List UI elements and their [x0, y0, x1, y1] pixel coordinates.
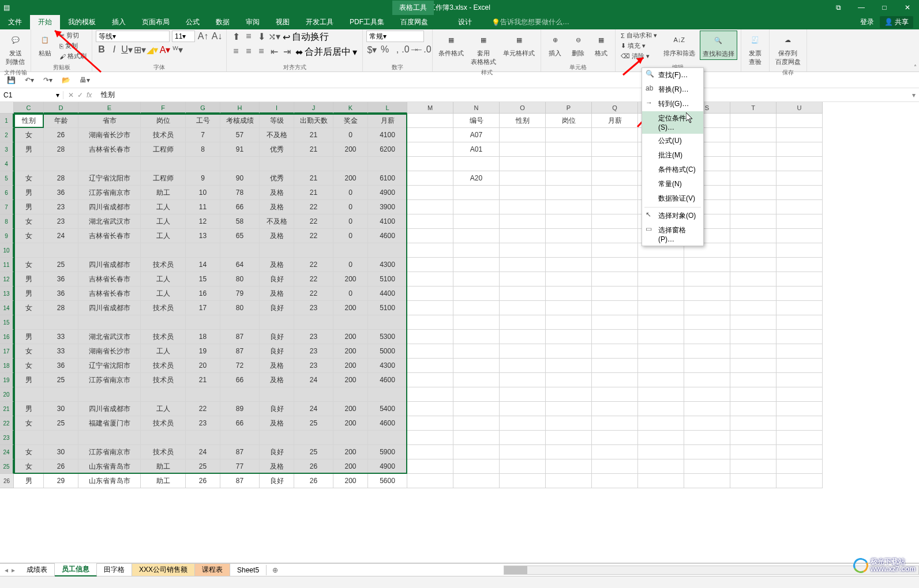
- cell[interactable]: 77: [220, 459, 260, 474]
- cell[interactable]: [777, 200, 823, 214]
- cell[interactable]: [14, 243, 44, 258]
- row-header[interactable]: 20: [0, 387, 14, 402]
- cell[interactable]: 男: [14, 287, 44, 301]
- cell[interactable]: [638, 402, 684, 416]
- cell[interactable]: [407, 200, 453, 214]
- cell[interactable]: [546, 330, 592, 344]
- cell[interactable]: 4600: [368, 373, 407, 387]
- cell[interactable]: 22: [294, 272, 333, 287]
- cell[interactable]: A01: [453, 142, 500, 157]
- fx-icon[interactable]: fx: [87, 91, 92, 99]
- invoice-check-button[interactable]: 🧾发票 查验: [745, 31, 766, 67]
- cell[interactable]: 22: [186, 402, 220, 416]
- cell[interactable]: [500, 287, 546, 301]
- cell[interactable]: 5100: [368, 301, 407, 315]
- cell[interactable]: 吉林省长春市: [78, 287, 141, 301]
- cell[interactable]: 36: [44, 186, 78, 200]
- cell[interactable]: 优秀: [260, 171, 294, 186]
- align-bottom-icon[interactable]: ⬇: [256, 31, 267, 42]
- cell[interactable]: [453, 186, 500, 200]
- cell[interactable]: [220, 431, 260, 445]
- cell[interactable]: 4300: [368, 258, 407, 272]
- cell[interactable]: [684, 330, 730, 344]
- cell[interactable]: 25: [44, 416, 78, 431]
- column-headers[interactable]: CDEFGHIJKLMNOPQRSTU: [14, 102, 919, 114]
- cell[interactable]: 良好: [260, 330, 294, 344]
- cell[interactable]: 0: [333, 287, 368, 301]
- column-header[interactable]: O: [500, 102, 546, 114]
- cell[interactable]: 工人: [141, 287, 186, 301]
- cell[interactable]: [638, 459, 684, 474]
- cell[interactable]: [453, 214, 500, 229]
- row-header[interactable]: 12: [0, 272, 14, 287]
- cell[interactable]: [500, 128, 546, 142]
- cell[interactable]: [592, 243, 638, 258]
- cell[interactable]: [453, 416, 500, 431]
- tab-design[interactable]: 设计: [450, 15, 480, 29]
- cell[interactable]: [453, 474, 500, 488]
- cell[interactable]: 25: [44, 258, 78, 272]
- cell[interactable]: 90: [220, 171, 260, 186]
- cell[interactable]: [638, 416, 684, 431]
- cell[interactable]: 57: [220, 128, 260, 142]
- cell[interactable]: [453, 445, 500, 459]
- cell[interactable]: [592, 301, 638, 315]
- merge-center-button[interactable]: ⬌合并后居中▾: [294, 46, 359, 59]
- cell[interactable]: [730, 258, 777, 272]
- cell[interactable]: [78, 157, 141, 171]
- cell[interactable]: [500, 142, 546, 157]
- cell[interactable]: [14, 315, 44, 330]
- cell[interactable]: [260, 157, 294, 171]
- cell[interactable]: [186, 157, 220, 171]
- cell[interactable]: [592, 402, 638, 416]
- row-header[interactable]: 10: [0, 243, 14, 258]
- menu-find[interactable]: 🔍查找(F)…: [642, 68, 703, 82]
- cell[interactable]: [638, 373, 684, 387]
- cell[interactable]: [260, 243, 294, 258]
- cell[interactable]: [500, 474, 546, 488]
- cell[interactable]: 0: [333, 214, 368, 229]
- menu-constants[interactable]: 常量(N): [642, 177, 703, 191]
- cell[interactable]: [638, 387, 684, 402]
- cell[interactable]: [500, 315, 546, 330]
- cell[interactable]: [730, 344, 777, 359]
- cell[interactable]: [260, 315, 294, 330]
- cell[interactable]: [407, 459, 453, 474]
- tab-developer[interactable]: 开发工具: [298, 15, 342, 29]
- tab-formulas[interactable]: 公式: [178, 15, 208, 29]
- cell[interactable]: [546, 402, 592, 416]
- cell[interactable]: [78, 387, 141, 402]
- cell[interactable]: [592, 387, 638, 402]
- cell[interactable]: 工人: [141, 214, 186, 229]
- number-format-combo[interactable]: 常规 ▾: [366, 31, 424, 42]
- cell[interactable]: [730, 445, 777, 459]
- cell[interactable]: [777, 186, 823, 200]
- cell[interactable]: 200: [333, 344, 368, 359]
- cell[interactable]: [546, 387, 592, 402]
- cell[interactable]: 29: [44, 474, 78, 488]
- column-header[interactable]: K: [333, 102, 368, 114]
- cell[interactable]: 15: [186, 272, 220, 287]
- sheet-nav-last-icon[interactable]: ▸: [12, 566, 15, 574]
- cell[interactable]: 21: [294, 128, 333, 142]
- cell[interactable]: 80: [220, 301, 260, 315]
- cell[interactable]: 66: [220, 416, 260, 431]
- menu-cond-format[interactable]: 条件格式(C): [642, 163, 703, 177]
- cell[interactable]: 200: [333, 171, 368, 186]
- cell[interactable]: 及格: [260, 373, 294, 387]
- cell[interactable]: [546, 373, 592, 387]
- cell[interactable]: [407, 373, 453, 387]
- cell[interactable]: [407, 445, 453, 459]
- cell[interactable]: 9: [186, 171, 220, 186]
- cell[interactable]: [546, 258, 592, 272]
- column-header[interactable]: I: [260, 102, 294, 114]
- cell[interactable]: 月薪: [368, 114, 407, 128]
- cell[interactable]: 男: [14, 142, 44, 157]
- cell[interactable]: [546, 229, 592, 243]
- cell[interactable]: 28: [44, 142, 78, 157]
- redo-icon[interactable]: ↷▾: [41, 75, 55, 85]
- row-header[interactable]: 16: [0, 330, 14, 344]
- cell[interactable]: [220, 387, 260, 402]
- cell[interactable]: [453, 373, 500, 387]
- cell[interactable]: [592, 474, 638, 488]
